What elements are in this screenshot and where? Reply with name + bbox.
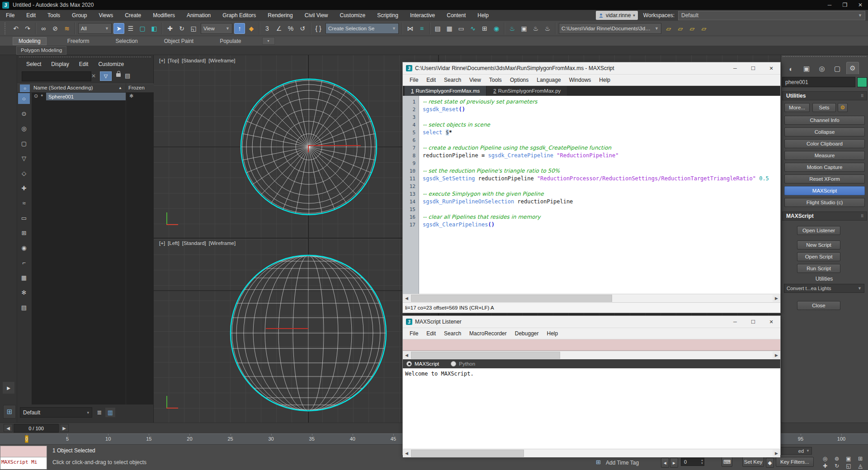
close-button[interactable]: ✕ bbox=[853, 0, 868, 10]
unlink-icon[interactable]: ⊘ bbox=[50, 23, 61, 34]
add-time-tag[interactable]: Add Time Tag bbox=[606, 460, 639, 466]
more-button[interactable]: More... bbox=[784, 103, 810, 112]
explorer-preset-dropdown[interactable]: Default▾ bbox=[20, 407, 92, 418]
time-slider-value[interactable]: 0 / 100 bbox=[14, 424, 59, 432]
scene-explorer-toggle-icon[interactable]: ▤ bbox=[432, 23, 443, 34]
key-filters-button[interactable]: Key Filters... bbox=[776, 457, 814, 467]
user-account-dropdown[interactable]: vidar.rinne ▾ bbox=[596, 11, 638, 20]
listener-titlebar[interactable]: 3 MAXScript Listener ─ ☐ ✕ bbox=[403, 316, 780, 328]
editor-menu-language[interactable]: Language bbox=[533, 77, 565, 83]
undo-icon[interactable]: ↶ bbox=[10, 23, 21, 34]
ref-coordsys-dropdown[interactable]: View▼ bbox=[201, 23, 232, 34]
menu-group[interactable]: Group bbox=[66, 10, 93, 21]
folder-icon-1[interactable]: ▱ bbox=[663, 23, 674, 34]
code-line-4[interactable]: -- select objects in scene bbox=[423, 121, 780, 129]
display-groups-icon[interactable]: ▭ bbox=[18, 212, 30, 223]
display-shapes-icon[interactable]: ▢ bbox=[18, 138, 30, 149]
ribbon-tab-modeling[interactable]: Modeling bbox=[13, 37, 47, 45]
code-line-5[interactable]: select $* bbox=[423, 129, 780, 136]
display-spacewarps-icon[interactable]: ≈ bbox=[18, 197, 30, 208]
display-column-header-icon[interactable]: ○ bbox=[20, 85, 30, 92]
viewport-label-top[interactable]: [+][Top][Standard][Wireframe] bbox=[159, 58, 236, 63]
code-line-9[interactable] bbox=[423, 160, 780, 167]
sets-button[interactable]: Sets bbox=[812, 103, 836, 112]
select-manipulate-icon[interactable]: ◆ bbox=[246, 23, 257, 34]
code-line-17[interactable]: sgsdk_ClearPipelines() bbox=[423, 221, 780, 229]
panel-grip[interactable] bbox=[19, 56, 151, 57]
listener-menu-macrorecorder[interactable]: MacroRecorder bbox=[465, 330, 511, 337]
field-of-view-icon[interactable]: ◬ bbox=[854, 462, 866, 470]
vp-label-left-piece-3[interactable]: [Wireframe] bbox=[209, 240, 236, 246]
listener-menu-search[interactable]: Search bbox=[440, 330, 465, 337]
edit-named-selections-icon[interactable]: { } bbox=[313, 23, 324, 34]
filter-icon[interactable]: ▽ bbox=[100, 71, 112, 81]
editor-tab-runsimplygonfrommax-py[interactable]: 2RunSimplygonFromMax.py bbox=[487, 86, 567, 96]
editor-menu-edit[interactable]: Edit bbox=[422, 77, 440, 83]
run-script-button[interactable]: Run Script bbox=[797, 264, 840, 273]
folder-icon-2[interactable]: ▱ bbox=[675, 23, 686, 34]
explorer-menu-select[interactable]: Select bbox=[26, 61, 41, 67]
editor-menu-file[interactable]: File bbox=[406, 77, 422, 83]
toolbar-grip[interactable] bbox=[5, 23, 7, 34]
utility-button-motion-capture[interactable]: Motion Capture bbox=[784, 163, 865, 172]
select-move-icon[interactable]: ✚ bbox=[165, 23, 175, 34]
menu-help[interactable]: Help bbox=[472, 10, 495, 21]
material-editor-icon[interactable]: ◉ bbox=[491, 23, 502, 34]
listener-menu-edit[interactable]: Edit bbox=[422, 330, 440, 337]
editor-tab-runsimplygonfrommax-ms[interactable]: 1RunSimplygonFromMax.ms bbox=[405, 86, 486, 96]
listener-menu-help[interactable]: Help bbox=[542, 330, 562, 337]
menu-customize[interactable]: Customize bbox=[334, 10, 372, 21]
display-geometry-icon[interactable]: ◎ bbox=[18, 123, 30, 134]
current-frame-spinner[interactable]: 0 ▲▼ bbox=[681, 458, 704, 466]
menu-graph-editors[interactable]: Graph Editors bbox=[217, 10, 262, 21]
utility-button-channel-info[interactable]: Channel Info bbox=[784, 116, 865, 125]
frozen-column-header[interactable]: Frozen bbox=[128, 85, 145, 90]
vp-label-top-piece-3[interactable]: [Wireframe] bbox=[208, 58, 235, 63]
explorer-row-sphere001[interactable]: ⊙ ● Sphere001 ✻ bbox=[32, 93, 154, 100]
listener-bottom-scrollbar[interactable]: ◀ ▶ bbox=[403, 449, 780, 457]
previous-frame-button[interactable]: ◀ bbox=[4, 424, 13, 432]
code-line-6[interactable] bbox=[423, 136, 780, 144]
object-name-field[interactable]: phere001 bbox=[782, 77, 855, 87]
select-rotate-icon[interactable]: ↻ bbox=[176, 23, 187, 34]
set-keys-icon[interactable]: ⌨ bbox=[722, 457, 732, 467]
ribbon-minimize-icon[interactable]: ▾ bbox=[262, 37, 275, 45]
explorer-pin-icon[interactable]: ▥ bbox=[105, 408, 115, 417]
editor-horizontal-scrollbar[interactable]: ◀ ▶ bbox=[403, 294, 780, 302]
link-icon[interactable]: ∞ bbox=[38, 23, 49, 34]
time-tag-icon[interactable]: ⊞ bbox=[596, 459, 601, 465]
folder-icon-3[interactable]: ▱ bbox=[687, 23, 698, 34]
use-pivot-center-icon[interactable]: ↑ bbox=[234, 23, 245, 34]
snaps-toggle-icon[interactable]: 3 bbox=[262, 23, 273, 34]
code-line-14[interactable]: sgsdk_RunPipelineOnSelection reductionPi… bbox=[423, 198, 780, 206]
macro-recorder-pane[interactable] bbox=[403, 339, 780, 351]
display-lights-icon[interactable]: ▽ bbox=[18, 153, 30, 164]
code-line-1[interactable]: -- reset state of previously set paramet… bbox=[423, 98, 780, 106]
ribbon-toggle-icon[interactable]: ▭ bbox=[456, 23, 467, 34]
next-frame-button[interactable]: ▶ bbox=[60, 424, 69, 432]
minimize-button[interactable]: ─ bbox=[822, 0, 837, 10]
code-line-10[interactable]: -- set the reduction Pipeline's triangle… bbox=[423, 167, 780, 175]
motion-tab-icon[interactable]: ◎ bbox=[816, 63, 828, 74]
utility-button-reset-xform[interactable]: Reset XForm bbox=[784, 174, 865, 183]
code-line-8[interactable]: reductionPipeline = sgsdk_CreatePipeline… bbox=[423, 152, 780, 160]
open-script-button[interactable]: Open Script bbox=[797, 252, 840, 261]
object-color-swatch[interactable] bbox=[857, 77, 867, 87]
display-xrefs-icon[interactable]: ⊞ bbox=[18, 227, 30, 238]
ribbon-tab-populate[interactable]: Populate bbox=[214, 38, 246, 45]
menu-tools[interactable]: Tools bbox=[42, 10, 66, 21]
orbit-icon[interactable]: ↻ bbox=[831, 462, 843, 470]
zoom-all-icon[interactable]: ⊚ bbox=[831, 455, 843, 462]
vp-label-left-piece-0[interactable]: [+] bbox=[159, 240, 165, 246]
explorer-options-icon[interactable]: ▤ bbox=[125, 72, 130, 79]
open-listener-button[interactable]: Open Listener bbox=[797, 226, 840, 235]
sort-ascending-icon[interactable]: ▲ bbox=[118, 86, 122, 90]
menu-file[interactable]: File bbox=[0, 10, 20, 21]
utilities-rollout-header[interactable]: Utilities⠿ bbox=[782, 91, 867, 100]
display-none-icon[interactable]: ○ bbox=[18, 93, 30, 104]
curve-editor-icon[interactable]: ∿ bbox=[467, 23, 478, 34]
rendered-frame-icon[interactable]: ▣ bbox=[519, 23, 529, 34]
vp-label-top-piece-1[interactable]: [Top] bbox=[168, 58, 179, 63]
maxscript-rollout-header[interactable]: MAXScript⠿ bbox=[782, 212, 867, 221]
utility-button-flight-studio-c[interactable]: Flight Studio (c) bbox=[784, 198, 865, 207]
